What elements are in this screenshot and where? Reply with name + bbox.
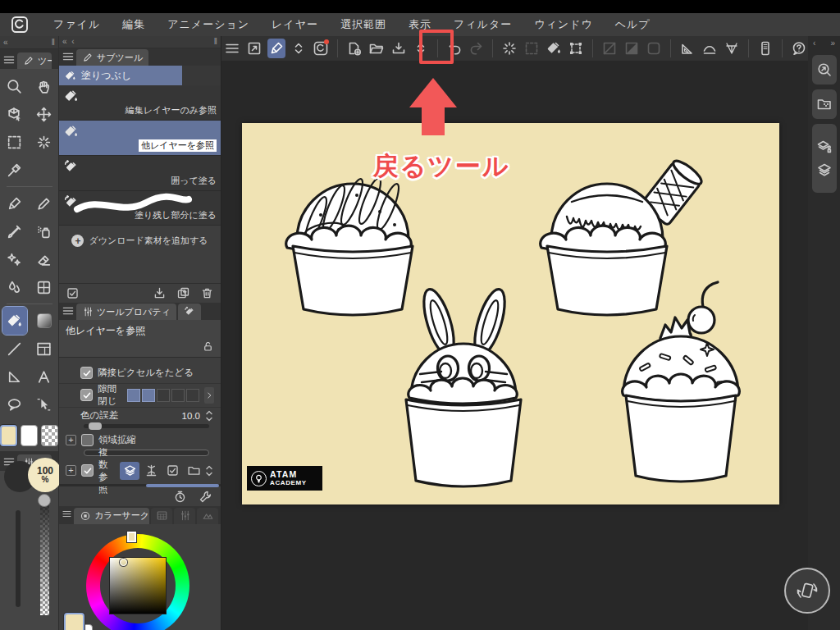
multiple-refer-checkbox[interactable]: [81, 464, 94, 477]
saturation-value-square[interactable]: [109, 557, 167, 614]
hue-marker[interactable]: [127, 532, 136, 542]
clear-icon[interactable]: [500, 39, 518, 58]
selection-fill-icon[interactable]: [623, 39, 641, 58]
tool-palette-collapse-bar[interactable]: «‖: [0, 36, 58, 49]
drag-handle[interactable]: ‖: [214, 37, 217, 46]
tool-polyline[interactable]: [2, 363, 27, 390]
snap-perspective-ruler-icon[interactable]: [723, 39, 741, 58]
opacity-slider-knob[interactable]: [38, 494, 51, 507]
close-gap-checkbox[interactable]: [80, 389, 93, 401]
panel-menu-icon[interactable]: [2, 53, 16, 66]
subtool-item-paint-unfilled[interactable]: 塗り残し部分に塗る: [59, 191, 221, 226]
tool-blend[interactable]: [2, 273, 27, 301]
expand-multiple-refer-icon[interactable]: +: [66, 465, 76, 476]
sidebar-expand-icon[interactable]: »: [830, 39, 835, 48]
panel-menu-icon[interactable]: [62, 509, 72, 522]
tool-gradient[interactable]: [32, 307, 57, 335]
gap-size-1[interactable]: [127, 389, 140, 402]
tab-approx-color[interactable]: [197, 508, 218, 524]
subtool-item-edit-layer-only[interactable]: 編集レイヤーのみ参照: [59, 85, 221, 121]
tool-liquify[interactable]: [32, 273, 57, 301]
new-canvas-icon[interactable]: [345, 39, 363, 58]
gap-size-3[interactable]: [157, 389, 170, 402]
selection-border-icon[interactable]: [645, 39, 663, 58]
duplicate-subtool-icon[interactable]: [176, 286, 190, 300]
tool-decoration[interactable]: [2, 245, 27, 273]
toolbar-expand-icon[interactable]: [290, 39, 308, 58]
tab-tool-property[interactable]: ツールプロパティ: [76, 304, 176, 320]
refer-all-layers-button[interactable]: [120, 462, 139, 480]
sv-selector[interactable]: [120, 559, 127, 566]
menu-edit[interactable]: 編集: [117, 16, 150, 34]
gap-size-4[interactable]: [171, 389, 185, 402]
gap-size-2[interactable]: [142, 389, 155, 402]
window-resize-icon[interactable]: [245, 39, 263, 58]
tool-auto-select[interactable]: [32, 128, 57, 156]
tool-move-layer[interactable]: [32, 100, 57, 128]
color-margin-value[interactable]: 10.0: [182, 411, 200, 421]
import-subtool-icon[interactable]: [153, 286, 167, 300]
expand-area-scaling-icon[interactable]: +: [66, 435, 76, 445]
layer-property-icon[interactable]: [816, 139, 833, 155]
quick-access-button[interactable]: [812, 55, 837, 84]
tab-color-circle[interactable]: カラーサークル: [74, 508, 149, 524]
color-margin-slider[interactable]: [84, 424, 209, 428]
opacity-slider[interactable]: [40, 500, 49, 615]
tool-object[interactable]: [32, 390, 57, 418]
tool-operation-3d[interactable]: [2, 100, 27, 128]
sidebar-collapse-icon[interactable]: ‹: [813, 39, 815, 48]
scrollbar-thumb[interactable]: [146, 484, 219, 487]
layer-palette-icon[interactable]: [816, 162, 833, 178]
tool-property-scrollbar[interactable]: [59, 484, 221, 487]
multi-select-icon[interactable]: [66, 286, 80, 300]
tool-zoom[interactable]: [2, 72, 27, 100]
subtool-collapse-bar[interactable]: « ‹‖: [59, 36, 221, 48]
sub-color-swatch[interactable]: [21, 425, 38, 446]
tool-hand[interactable]: [32, 72, 57, 100]
rotate-canvas-button[interactable]: [784, 568, 830, 614]
tool-pen[interactable]: [2, 189, 27, 217]
snap-ruler-icon[interactable]: [678, 39, 696, 58]
color-margin-stepper[interactable]: [205, 409, 214, 423]
reset-defaults-icon[interactable]: [173, 490, 187, 504]
color-margin-slider-thumb[interactable]: [89, 422, 102, 430]
tab-subtool[interactable]: サブツール: [76, 49, 148, 66]
refer-selected-layer-button[interactable]: [162, 462, 182, 480]
clip-studio-app-icon[interactable]: [312, 39, 330, 58]
menu-layer[interactable]: レイヤー: [267, 16, 323, 34]
save-icon[interactable]: [390, 39, 408, 58]
edit-mode-pen-icon[interactable]: [267, 39, 285, 58]
collapse-back-icon[interactable]: ‹: [71, 37, 74, 46]
subtool-item-enclose-fill[interactable]: 囲って塗る: [59, 156, 221, 191]
material-palette-button[interactable]: [812, 89, 837, 119]
gap-expand-button[interactable]: [204, 387, 214, 404]
drag-handle[interactable]: ‖: [52, 38, 55, 47]
tool-airbrush[interactable]: [32, 217, 57, 245]
menu-animation[interactable]: アニメーション: [162, 16, 254, 34]
delete-subtool-icon[interactable]: [200, 286, 214, 300]
subtool-group-row[interactable]: 塗りつぶし: [59, 66, 221, 85]
tool-balloon[interactable]: [2, 390, 27, 418]
menu-selection[interactable]: 選択範囲: [336, 16, 391, 34]
lock-icon[interactable]: [202, 340, 214, 353]
selection-invert-icon[interactable]: [600, 39, 619, 58]
adjacent-pixels-checkbox[interactable]: [80, 367, 93, 379]
collapse-left-icon[interactable]: «: [3, 38, 8, 47]
tab-color-slider[interactable]: [174, 508, 195, 524]
main-color-swatch[interactable]: [64, 613, 84, 630]
brush-size-slider[interactable]: [16, 510, 21, 607]
collapse-left-icon[interactable]: «: [62, 37, 67, 46]
add-download-material-button[interactable]: + ダウンロード素材を追加する: [59, 226, 221, 255]
area-scaling-checkbox[interactable]: [81, 434, 94, 446]
transparent-color-swatch[interactable]: [41, 425, 58, 446]
tool-settings-icon[interactable]: [199, 490, 212, 504]
tool-eyedropper[interactable]: [2, 156, 27, 184]
tool-brush[interactable]: [2, 217, 27, 245]
menu-filter[interactable]: フィルター: [449, 16, 517, 34]
subtool-group-selected[interactable]: 塗りつぶし: [59, 66, 182, 85]
tool-text[interactable]: [32, 363, 57, 390]
opacity-indicator[interactable]: 100 %: [28, 458, 62, 492]
panel-menu-icon[interactable]: [62, 50, 75, 63]
multiple-refer-stepper[interactable]: [205, 463, 214, 478]
main-color-swatch[interactable]: [0, 425, 17, 446]
